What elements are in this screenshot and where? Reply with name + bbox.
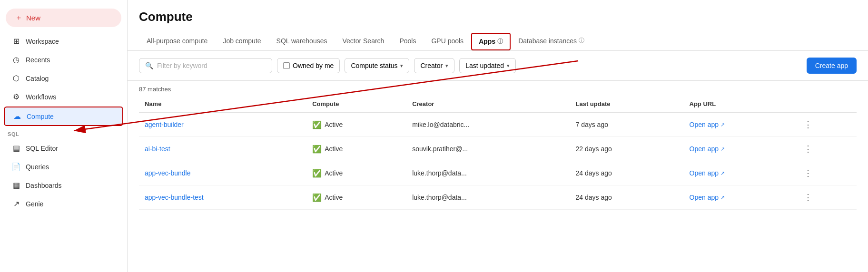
tab-sql-warehouses-label: SQL warehouses <box>276 37 327 45</box>
dashboards-icon: ▦ <box>11 181 21 190</box>
cloud-icon: ☁ <box>12 112 22 121</box>
open-app-label-1: Open app <box>690 145 719 153</box>
search-box[interactable]: 🔍 Filter by keyword <box>139 58 272 73</box>
tab-job-compute[interactable]: Job compute <box>215 32 268 50</box>
app-link-2[interactable]: app-vec-bundle <box>145 169 191 177</box>
tab-pools-label: Pools <box>399 37 416 45</box>
tab-gpu-pools-label: GPU pools <box>431 37 464 45</box>
cell-name-0: agent-builder <box>139 113 306 137</box>
cell-compute-3: ✅ Active <box>306 185 406 210</box>
more-button-0[interactable]: ⋮ <box>801 118 815 131</box>
search-icon: 🔍 <box>145 62 153 69</box>
owned-by-me-filter[interactable]: Owned by me <box>277 58 340 73</box>
page-title: Compute <box>139 10 857 24</box>
tab-apps[interactable]: Apps ⓘ <box>471 33 511 50</box>
sidebar-item-sql-editor[interactable]: ▤ SQL Editor <box>4 139 123 157</box>
active-icon-3: ✅ <box>312 193 322 202</box>
clock-icon: ◷ <box>11 55 21 64</box>
table-area: 87 matches Name Compute Creator Last upd… <box>128 81 868 272</box>
cell-last-update-3: 24 days ago <box>570 185 683 210</box>
creator-value-3: luke.thorp@data... <box>412 194 467 201</box>
tab-all-purpose-label: All-purpose compute <box>147 37 207 45</box>
compute-status-1: Active <box>325 145 343 153</box>
app-link-0[interactable]: agent-builder <box>145 121 184 128</box>
new-button[interactable]: ＋ New <box>6 9 121 27</box>
sidebar-item-recents-label: Recents <box>26 56 50 64</box>
cell-app-url-2: Open app ↗ <box>684 161 796 185</box>
cell-last-update-2: 24 days ago <box>570 161 683 185</box>
open-app-link-1[interactable]: Open app ↗ <box>690 145 790 153</box>
external-link-icon-2: ↗ <box>720 170 725 176</box>
open-app-label-3: Open app <box>690 194 719 201</box>
active-icon-1: ✅ <box>312 145 322 154</box>
tab-vector-search[interactable]: Vector Search <box>335 32 392 50</box>
sidebar-item-recents[interactable]: ◷ Recents <box>4 51 123 68</box>
last-update-value-3: 24 days ago <box>575 194 612 201</box>
main-content: Compute All-purpose compute Job compute … <box>128 0 868 272</box>
cell-name-2: app-vec-bundle <box>139 161 306 185</box>
cell-app-url-1: Open app ↗ <box>684 137 796 161</box>
catalog-icon: ⬡ <box>11 74 21 83</box>
database-instances-info-icon[interactable]: ⓘ <box>579 37 584 45</box>
tab-job-compute-label: Job compute <box>223 37 261 45</box>
sidebar-item-workspace-label: Workspace <box>26 38 59 45</box>
app-link-1[interactable]: ai-bi-test <box>145 145 170 153</box>
sidebar-item-compute-label: Compute <box>27 113 54 120</box>
active-icon-2: ✅ <box>312 169 322 178</box>
creator-dropdown[interactable]: Creator ▾ <box>414 58 454 73</box>
table-row: app-vec-bundle-test ✅ Active luke.thorp@… <box>139 185 857 210</box>
workspace-icon: ⊞ <box>11 37 21 46</box>
sidebar-item-genie[interactable]: ↗ Genie <box>4 195 123 213</box>
external-link-icon-0: ↗ <box>720 122 725 128</box>
sidebar-item-workflows[interactable]: ⚙ Workflows <box>4 88 123 106</box>
sidebar-item-genie-label: Genie <box>26 200 43 208</box>
cell-app-url-3: Open app ↗ <box>684 185 796 210</box>
cell-last-update-1: 22 days ago <box>570 137 683 161</box>
compute-status-label: Compute status <box>351 62 397 69</box>
tab-database-instances[interactable]: Database instances ⓘ <box>511 32 592 50</box>
queries-icon: 📄 <box>11 162 21 171</box>
owned-by-me-checkbox[interactable] <box>283 62 290 69</box>
tab-pools[interactable]: Pools <box>392 32 424 50</box>
sidebar-item-compute[interactable]: ☁ Compute <box>4 107 123 126</box>
tab-all-purpose[interactable]: All-purpose compute <box>139 32 215 50</box>
creator-value-2: luke.thorp@data... <box>412 169 467 177</box>
new-button-label: New <box>26 14 40 22</box>
table-header-row: Name Compute Creator Last update App URL <box>139 96 857 113</box>
owned-by-me-label: Owned by me <box>293 62 334 69</box>
open-app-label-2: Open app <box>690 169 719 177</box>
main-header: Compute All-purpose compute Job compute … <box>128 0 868 51</box>
cell-compute-2: ✅ Active <box>306 161 406 185</box>
cell-creator-0: mike.lo@databric... <box>406 113 570 137</box>
app-link-3[interactable]: app-vec-bundle-test <box>145 194 204 201</box>
last-updated-dropdown[interactable]: Last updated ▾ <box>459 58 516 73</box>
creator-value-1: souvik.pratiher@... <box>412 145 468 153</box>
create-app-button[interactable]: Create app <box>807 58 857 74</box>
compute-status-2: Active <box>325 169 343 177</box>
more-button-2[interactable]: ⋮ <box>801 167 815 179</box>
table-row: ai-bi-test ✅ Active souvik.pratiher@... … <box>139 137 857 161</box>
tab-gpu-pools[interactable]: GPU pools <box>424 32 471 50</box>
toolbar: 🔍 Filter by keyword Owned by me Compute … <box>128 51 868 81</box>
col-compute: Compute <box>306 96 406 113</box>
more-button-3[interactable]: ⋮ <box>801 191 815 204</box>
col-last-update: Last update <box>570 96 683 113</box>
tab-database-instances-label: Database instances <box>518 37 577 45</box>
more-button-1[interactable]: ⋮ <box>801 143 815 155</box>
apps-info-icon[interactable]: ⓘ <box>497 38 503 46</box>
table-row: app-vec-bundle ✅ Active luke.thorp@data.… <box>139 161 857 185</box>
external-link-icon-1: ↗ <box>720 146 725 152</box>
compute-status-dropdown[interactable]: Compute status ▾ <box>345 58 409 73</box>
sidebar-item-workspace[interactable]: ⊞ Workspace <box>4 32 123 50</box>
open-app-link-3[interactable]: Open app ↗ <box>690 194 790 201</box>
tab-vector-search-label: Vector Search <box>342 37 384 45</box>
sidebar-item-catalog[interactable]: ⬡ Catalog <box>4 69 123 87</box>
tab-sql-warehouses[interactable]: SQL warehouses <box>269 32 335 50</box>
sidebar-item-dashboards[interactable]: ▦ Dashboards <box>4 176 123 194</box>
last-updated-arrow: ▾ <box>507 63 510 69</box>
open-app-link-2[interactable]: Open app ↗ <box>690 169 790 177</box>
open-app-link-0[interactable]: Open app ↗ <box>690 121 790 128</box>
table-row: agent-builder ✅ Active mike.lo@databric.… <box>139 113 857 137</box>
sidebar-item-queries[interactable]: 📄 Queries <box>4 158 123 175</box>
match-count: 87 matches <box>139 81 857 96</box>
